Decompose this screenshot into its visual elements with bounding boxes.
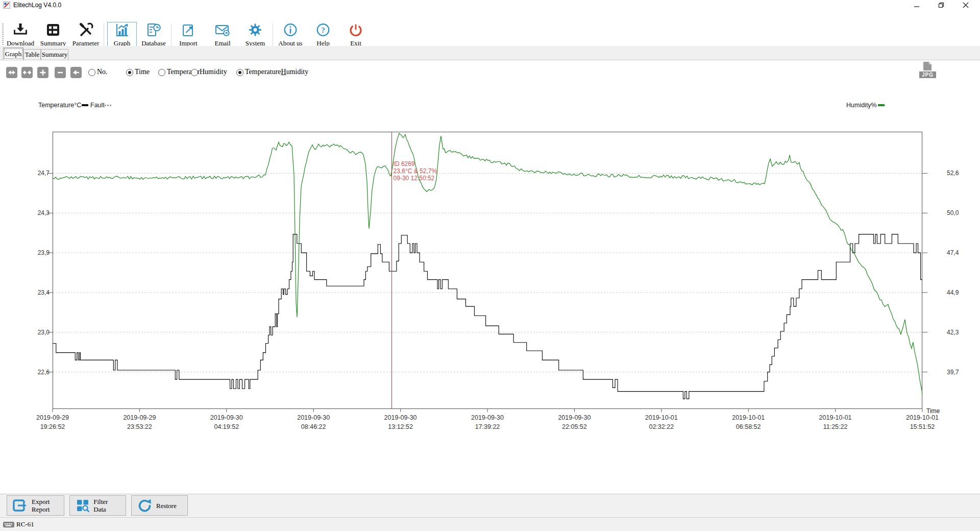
filter-data-button[interactable]: Filter Data bbox=[69, 495, 126, 516]
device-icon bbox=[3, 522, 14, 527]
app-icon bbox=[3, 2, 10, 9]
button-label: Restore bbox=[156, 502, 177, 510]
restore-icon bbox=[137, 498, 152, 513]
x-tick-time-label: 15:51:52 bbox=[902, 423, 943, 430]
x-tick-time-label: 04:19:52 bbox=[206, 423, 247, 430]
collapse-horizontal-button[interactable] bbox=[21, 67, 33, 78]
series-humidity bbox=[53, 133, 922, 394]
y-right-tick-label: 44,9 bbox=[926, 289, 977, 296]
cursor-annotation: ID 626923,6°C & 52,7%09-30 12:50:52 bbox=[394, 160, 437, 182]
export-report-icon bbox=[12, 498, 28, 513]
legend-temperature-swatch bbox=[82, 104, 88, 106]
zoom-in-icon bbox=[39, 68, 47, 77]
x-tick-date-label: 2019-09-30 bbox=[467, 414, 508, 421]
legend-temperature-label: Temperature°C bbox=[38, 102, 81, 109]
x-tick-time-label: 02:32:22 bbox=[641, 423, 682, 430]
x-tick-time-label: 22:05:52 bbox=[554, 423, 595, 430]
y-left-tick-label: 23,4 bbox=[28, 289, 50, 296]
y-left-tick-label: 24,7 bbox=[28, 170, 50, 177]
chart-canvas[interactable] bbox=[53, 132, 922, 409]
y-right-tick-label: 47,4 bbox=[926, 249, 977, 256]
x-tick-date-label: 2019-10-01 bbox=[641, 414, 682, 421]
tab-label: Table bbox=[25, 51, 40, 59]
parameter-icon bbox=[78, 22, 94, 38]
database-icon bbox=[145, 22, 162, 38]
graph-icon bbox=[114, 22, 130, 38]
radio-circle bbox=[158, 69, 165, 76]
y-right-tick-label: 50,0 bbox=[926, 209, 977, 216]
x-tick-date-label: 2019-10-01 bbox=[902, 414, 943, 421]
minimize-icon bbox=[914, 3, 920, 8]
tab-summary[interactable]: Summary bbox=[41, 49, 68, 60]
close-button[interactable] bbox=[957, 0, 975, 10]
y-left-tick-label: 22,6 bbox=[28, 369, 50, 376]
close-icon bbox=[963, 2, 969, 8]
tab-graph[interactable]: Graph bbox=[3, 47, 23, 60]
restore-button[interactable]: Restore bbox=[131, 495, 188, 516]
zoom-out-button[interactable] bbox=[55, 67, 66, 78]
legend-humidity-label: Humidity% bbox=[846, 102, 877, 109]
maximize-button[interactable] bbox=[932, 0, 950, 10]
x-tick-date-label: 2019-10-01 bbox=[728, 414, 769, 421]
zoom-out-icon bbox=[56, 68, 64, 77]
system-icon bbox=[247, 22, 263, 38]
export-report-button[interactable]: Export Report bbox=[7, 495, 64, 516]
y-right-tick-label: 52,6 bbox=[926, 170, 977, 177]
status-bar: RC-61 bbox=[0, 517, 980, 531]
x-tick-time-label: 17:39:22 bbox=[467, 423, 508, 430]
about-icon bbox=[282, 22, 299, 38]
x-tick-date-label: 2019-10-01 bbox=[815, 414, 856, 421]
tab-strip: Graph Table Summary bbox=[0, 46, 980, 60]
x-tick-time-label: 23:53:22 bbox=[119, 423, 160, 430]
legend-humidity-swatch bbox=[878, 104, 885, 106]
back-arrow-icon bbox=[72, 68, 80, 77]
footer-bar: Export Report Filter Data Restore bbox=[0, 494, 980, 518]
legend-fault-swatch bbox=[105, 105, 111, 106]
y-left-tick-label: 24,3 bbox=[28, 209, 50, 216]
y-right-tick-label: 42,3 bbox=[926, 329, 977, 336]
x-tick-date-label: 2019-09-30 bbox=[293, 414, 334, 421]
radio-circle bbox=[126, 69, 133, 76]
radio-label: TemperatureHumidity bbox=[245, 68, 308, 76]
main-toolbar: Download Summary Parameter bbox=[0, 10, 980, 46]
tab-label: Graph bbox=[5, 50, 22, 58]
back-button[interactable] bbox=[70, 67, 82, 78]
filter-data-icon bbox=[75, 498, 89, 513]
tab-table[interactable]: Table bbox=[23, 49, 41, 60]
y-right-tick-label: 39,7 bbox=[926, 369, 977, 376]
zoom-in-button[interactable] bbox=[37, 67, 48, 78]
series-temperature bbox=[53, 234, 922, 399]
summary-icon bbox=[45, 22, 61, 38]
y-left-tick-label: 23,0 bbox=[28, 329, 50, 336]
tab-label: Summary bbox=[42, 51, 68, 59]
jpg-badge: JPG bbox=[919, 71, 936, 78]
x-tick-date-label: 2019-09-29 bbox=[119, 414, 160, 421]
x-tick-time-label: 19:26:52 bbox=[32, 423, 73, 430]
y-left-tick-label: 23,9 bbox=[28, 249, 50, 256]
title-bar: ElitechLog V4.0.0 bbox=[0, 0, 980, 10]
restore-icon bbox=[938, 2, 944, 8]
jpg-file-icon bbox=[919, 61, 937, 71]
expand-horizontal-icon bbox=[8, 68, 16, 77]
radio-circle bbox=[236, 69, 243, 76]
button-label: Filter Data bbox=[93, 498, 120, 513]
x-tick-time-label: 11:25:22 bbox=[815, 423, 856, 430]
radio-label: No. bbox=[97, 68, 108, 76]
import-icon bbox=[180, 22, 197, 38]
export-jpg-button[interactable]: JPG bbox=[919, 61, 937, 79]
x-tick-time-label: 06:58:52 bbox=[728, 423, 769, 430]
exit-icon bbox=[348, 22, 364, 38]
x-tick-date-label: 2019-09-30 bbox=[380, 414, 421, 421]
chart-plot-area[interactable]: 24,752,624,350,023,947,423,444,923,042,3… bbox=[53, 132, 922, 409]
minimize-button[interactable] bbox=[908, 0, 926, 10]
help-icon: ? bbox=[315, 22, 331, 38]
legend-fault-label: Fault bbox=[90, 102, 105, 109]
x-tick-date-label: 2019-09-30 bbox=[206, 414, 247, 421]
x-tick-time-label: 08:46:22 bbox=[293, 423, 334, 430]
expand-horizontal-button[interactable] bbox=[6, 67, 17, 78]
svg-text:?: ? bbox=[321, 26, 325, 34]
toolbar-drag-handle[interactable] bbox=[2, 23, 4, 49]
radio-label: Humidity bbox=[200, 68, 227, 76]
email-icon bbox=[214, 22, 231, 38]
download-icon bbox=[12, 22, 29, 38]
